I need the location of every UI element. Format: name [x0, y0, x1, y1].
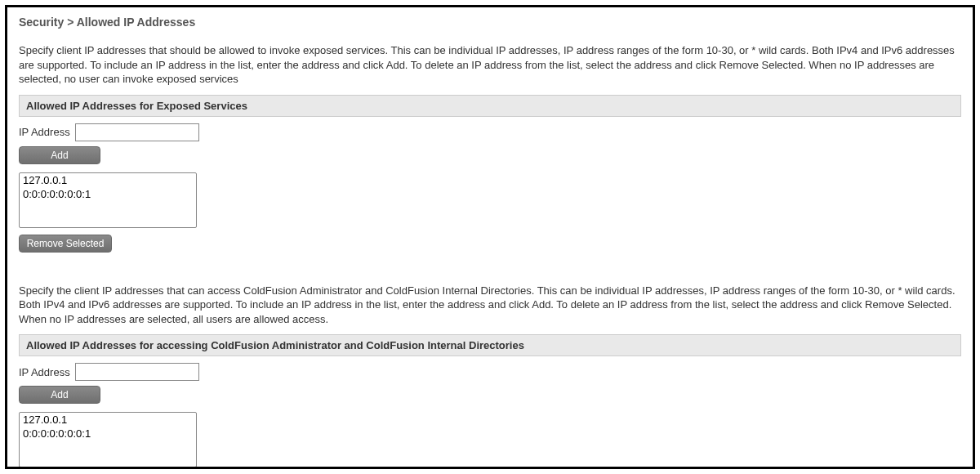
- list-item[interactable]: 0:0:0:0:0:0:0:1: [20, 187, 196, 201]
- list-item[interactable]: 0:0:0:0:0:0:0:1: [20, 427, 196, 440]
- admin-ip-field-row: IP Address: [19, 363, 961, 381]
- exposed-ip-field-row: IP Address: [19, 123, 961, 141]
- exposed-ip-listbox[interactable]: 127.0.0.10:0:0:0:0:0:0:1: [19, 172, 197, 228]
- exposed-ip-label: IP Address: [19, 126, 70, 138]
- exposed-services-header: Allowed IP Addresses for Exposed Service…: [19, 95, 961, 117]
- exposed-remove-button[interactable]: Remove Selected: [19, 235, 112, 253]
- admin-add-button[interactable]: Add: [19, 386, 100, 404]
- list-item[interactable]: 127.0.0.1: [20, 173, 196, 187]
- admin-access-header: Allowed IP Addresses for accessing ColdF…: [19, 334, 961, 356]
- list-item[interactable]: 127.0.0.1: [20, 413, 196, 427]
- exposed-ip-input[interactable]: [75, 123, 199, 141]
- admin-ip-listbox[interactable]: 127.0.0.10:0:0:0:0:0:0:1: [19, 412, 197, 467]
- exposed-services-description: Specify client IP addresses that should …: [19, 43, 961, 87]
- admin-ip-label: IP Address: [19, 366, 70, 378]
- exposed-add-button[interactable]: Add: [19, 146, 100, 164]
- page-frame: Security > Allowed IP Addresses Specify …: [5, 5, 975, 469]
- breadcrumb: Security > Allowed IP Addresses: [19, 16, 961, 29]
- admin-ip-input[interactable]: [75, 363, 199, 381]
- admin-access-description: Specify the client IP addresses that can…: [19, 284, 961, 327]
